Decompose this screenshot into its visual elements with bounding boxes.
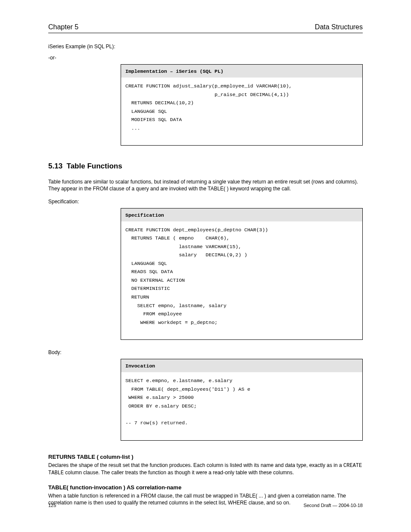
page-number: 125: [48, 503, 56, 508]
page-footer: 125 Second Draft — 2004-10-18: [48, 503, 363, 508]
label-body: Body:: [48, 349, 363, 355]
codebox-spec-body: CREATE FUNCTION dept_employees(p_deptno …: [121, 221, 362, 340]
running-header: Chapter 5 Data Structures: [48, 23, 363, 33]
intro-line-1: iSeries Example (in SQL PL):: [48, 44, 363, 50]
header-chapter: Chapter 5: [48, 23, 78, 31]
section-description: Table functions are similar to scalar fu…: [48, 178, 363, 192]
codebox-iseries-body: CREATE FUNCTION adjust_salary(p_employee…: [121, 78, 362, 145]
header-topic: Data Structures: [315, 23, 363, 31]
field-returns-table-desc: Declares the shape of the result set tha…: [48, 462, 363, 476]
label-spec: Specification:: [48, 199, 363, 205]
footer-stamp: Second Draft — 2004-10-18: [303, 503, 363, 508]
section-heading: 5.13 Table Functions: [48, 162, 363, 171]
codebox-invoke-body: SELECT e.empno, e.lastname, e.salary FRO…: [121, 372, 362, 440]
codebox-invoke-title: Invocation: [121, 359, 362, 372]
codebox-iseries-title: Implementation – iSeries (SQL PL): [121, 65, 362, 78]
codebox-invoke: Invocation SELECT e.empno, e.lastname, e…: [121, 359, 363, 440]
section-title-text: Table Functions: [67, 162, 122, 170]
section-number: 5.13: [48, 162, 62, 170]
codebox-spec-title: Specification: [121, 208, 362, 221]
intro-line-2: -or-: [48, 55, 363, 61]
codebox-iseries: Implementation – iSeries (SQL PL) CREATE…: [121, 64, 363, 146]
field-returns-table-name: RETURNS TABLE ( column-list ): [48, 454, 363, 460]
codebox-spec: Specification CREATE FUNCTION dept_emplo…: [121, 208, 363, 340]
field-table-invocation-name: TABLE( function-invocation ) AS correlat…: [48, 484, 363, 491]
field-returns-table: RETURNS TABLE ( column-list ) Declares t…: [48, 454, 363, 476]
